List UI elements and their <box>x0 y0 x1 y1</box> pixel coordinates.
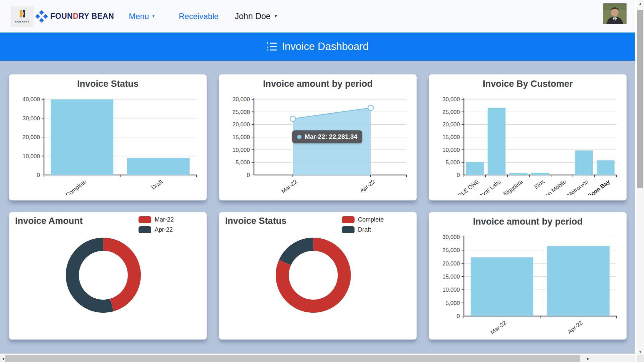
receivable-label: Receivable <box>179 12 219 21</box>
horizontal-scrollbar[interactable]: ◄ ► <box>0 355 635 362</box>
card-invoice-by-customer-bar: Invoice By Customer 05,00010,00015,00020… <box>429 74 627 200</box>
chart-title: Invoice Status <box>225 216 286 226</box>
scrollbar-corner <box>637 355 644 362</box>
chart-title: Invoice Status <box>9 74 207 89</box>
legend-label: Apr-22 <box>155 226 173 233</box>
bar-chart-invoice-amount-period[interactable]: 05,00010,00015,00020,00025,00030,000Mar-… <box>433 232 623 338</box>
chart-legend: CompleteDraft <box>342 216 384 233</box>
card-invoice-amount-donut: Invoice Amount Mar-22Apr-22 <box>9 212 207 340</box>
user-avatar[interactable] <box>603 3 627 24</box>
chart-title: Invoice amount by period <box>219 74 417 89</box>
svg-text:0: 0 <box>457 172 460 178</box>
card-invoice-status-donut: Invoice Status CompleteDraft <box>219 212 417 340</box>
chart-title: Invoice By Customer <box>429 74 627 89</box>
legend-item[interactable]: Draft <box>342 226 384 233</box>
svg-text:20,000: 20,000 <box>442 121 460 128</box>
svg-text:Apr-22: Apr-22 <box>359 178 376 194</box>
svg-text:15,000: 15,000 <box>232 134 250 140</box>
brand-foundry-bean[interactable]: FOUNDRY BEAN <box>36 10 114 22</box>
vertical-scroll-thumb[interactable] <box>637 10 643 188</box>
avatar-photo <box>603 3 627 24</box>
legend-label: Mar-22 <box>155 216 174 223</box>
svg-text:Metronics: Metronics <box>566 178 589 195</box>
legend-label: Draft <box>358 226 371 233</box>
bar-chart-invoice-status[interactable]: 010,00020,00030,00040,000CompleteDraft <box>13 95 203 196</box>
donut-chart-invoice-status[interactable] <box>274 236 352 315</box>
company-logo[interactable]: COMPANY <box>11 6 34 27</box>
list-ol-icon: 123 <box>266 42 277 52</box>
svg-text:Apr-22: Apr-22 <box>567 319 584 335</box>
svg-text:5,000: 5,000 <box>445 300 460 306</box>
browser-page: COMPANY FOUNDRY BEAN Menu ▼ Receivable J… <box>0 0 644 362</box>
menu-label: Menu <box>129 12 149 21</box>
vertical-scrollbar[interactable]: ▲ ▼ <box>637 0 644 355</box>
donut-chart-invoice-amount[interactable] <box>64 236 142 315</box>
navbar: COMPANY FOUNDRY BEAN Menu ▼ Receivable J… <box>0 0 635 33</box>
company-logo-label: COMPANY <box>15 20 29 23</box>
svg-text:10,000: 10,000 <box>232 147 250 153</box>
svg-text:10,000: 10,000 <box>442 147 460 153</box>
svg-text:10,000: 10,000 <box>442 287 460 293</box>
menu-dropdown[interactable]: Menu ▼ <box>129 12 155 21</box>
legend-item[interactable]: Complete <box>342 216 384 223</box>
chevron-down-icon: ▼ <box>152 14 155 18</box>
svg-text:2: 2 <box>267 45 268 48</box>
chart-title: Invoice Amount <box>15 216 83 226</box>
legend-swatch <box>139 216 151 223</box>
svg-text:10,000: 10,000 <box>22 153 40 160</box>
svg-text:15,000: 15,000 <box>442 274 460 280</box>
svg-text:Mar-22: Mar-22 <box>489 319 507 336</box>
dashboard-content: Invoice Status 010,00020,00030,00040,000… <box>0 61 635 354</box>
svg-text:Draft: Draft <box>150 178 164 191</box>
svg-text:0: 0 <box>247 172 250 178</box>
chevron-down-icon: ▼ <box>274 14 278 18</box>
legend-label: Complete <box>358 216 384 223</box>
user-dropdown[interactable]: John Doe ▼ <box>235 11 278 21</box>
svg-text:30,000: 30,000 <box>442 96 460 103</box>
horizontal-scroll-thumb[interactable] <box>5 355 580 362</box>
svg-text:Complete: Complete <box>64 178 88 195</box>
bar-chart-invoice-by-customer[interactable]: 05,00010,00015,00020,00025,00030,000APPL… <box>433 95 623 196</box>
card-invoice-status-bar: Invoice Status 010,00020,00030,00040,000… <box>9 74 207 200</box>
svg-text:1: 1 <box>267 42 268 45</box>
legend-swatch <box>342 226 355 233</box>
svg-text:APPLE ONE: APPLE ONE <box>451 178 480 195</box>
svg-text:25,000: 25,000 <box>442 247 460 253</box>
svg-text:40,000: 40,000 <box>22 96 40 103</box>
scroll-up-arrow[interactable]: ▲ <box>637 1 644 7</box>
svg-text:Mar-22: Mar-22 <box>280 178 298 194</box>
page-title: Invoice Dashboard <box>282 41 369 53</box>
legend-item[interactable]: Apr-22 <box>139 226 174 233</box>
brand-name: FOUNDRY BEAN <box>50 12 114 21</box>
scroll-down-arrow[interactable]: ▼ <box>637 349 644 355</box>
svg-text:20,000: 20,000 <box>442 260 460 267</box>
svg-text:5,000: 5,000 <box>235 159 250 166</box>
svg-text:30,000: 30,000 <box>232 96 250 103</box>
legend-item[interactable]: Mar-22 <box>139 216 174 223</box>
svg-text:25,000: 25,000 <box>232 109 250 115</box>
svg-text:Ayar Labs: Ayar Labs <box>478 178 502 195</box>
svg-text:30,000: 30,000 <box>22 115 40 122</box>
nav-link-receivable[interactable]: Receivable <box>179 12 219 21</box>
svg-text:20,000: 20,000 <box>22 134 40 140</box>
tooltip-text: Mar-22: 22,281.34 <box>305 133 357 140</box>
scroll-right-arrow[interactable]: ► <box>585 355 591 362</box>
svg-text:Biggdata: Biggdata <box>502 178 524 195</box>
legend-swatch <box>139 226 151 233</box>
svg-text:0: 0 <box>37 172 40 178</box>
tooltip-series-dot <box>297 135 302 139</box>
page-header: 123 Invoice Dashboard <box>0 33 635 61</box>
brand-letter-d: D <box>73 12 78 20</box>
svg-text:0: 0 <box>457 313 460 319</box>
svg-text:25,000: 25,000 <box>442 109 460 115</box>
chart-title: Invoice amount by period <box>429 212 627 227</box>
svg-text:20,000: 20,000 <box>232 121 250 128</box>
card-invoice-amount-by-period-bar: Invoice amount by period 05,00010,00015,… <box>429 212 627 340</box>
svg-text:15,000: 15,000 <box>442 134 460 140</box>
svg-text:30,000: 30,000 <box>442 234 460 240</box>
brand-diamond-icon <box>36 10 48 22</box>
svg-text:3: 3 <box>267 48 268 52</box>
user-name: John Doe <box>235 11 271 21</box>
area-chart-invoice-amount[interactable]: 05,00010,00015,00020,00025,00030,000Mar-… <box>223 95 413 196</box>
card-grid: Invoice Status 010,00020,00030,00040,000… <box>0 61 635 340</box>
